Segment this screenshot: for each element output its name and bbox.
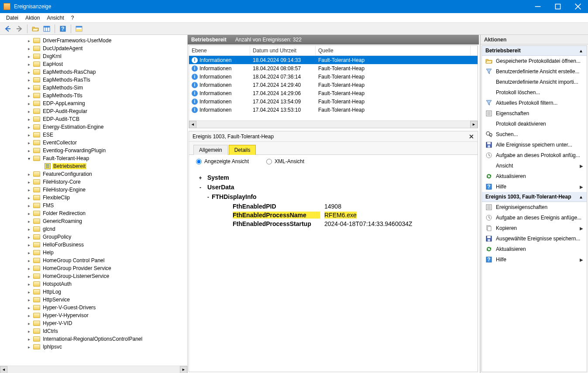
event-row[interactable]: iInformationen17.04.2024 14:29:06Fault-T… [189,89,478,97]
forward-button[interactable] [14,24,24,34]
tree-folder-node[interactable]: ▸FMS [0,202,187,209]
menu-file[interactable]: Datei [3,14,22,22]
chevron-right-icon[interactable]: ▸ [26,188,31,192]
grid-body[interactable]: iInformationen18.04.2024 09:14:33Fault-T… [189,56,478,120]
help-button[interactable]: ? [58,24,68,34]
chevron-right-icon[interactable]: ▸ [26,211,31,216]
chevron-right-icon[interactable]: ▸ [26,227,31,232]
tree-folder-node[interactable]: ▸DriverFrameworks-UserMode [0,37,187,44]
event-row[interactable]: iInformationen17.04.2024 13:53:10Fault-T… [189,106,478,114]
collapse-userdata-toggle[interactable]: - [198,185,203,191]
event-row[interactable]: iInformationen17.04.2024 13:54:09Fault-T… [189,97,478,106]
column-level[interactable]: Ebene [189,46,250,55]
tree-folder-node[interactable]: ▸FileHistory-Engine [0,186,187,194]
chevron-right-icon[interactable]: ▸ [26,172,31,177]
action-item[interactable]: Aufgabe an dieses Protokoll anfüg... [482,150,587,161]
tree-folder-node[interactable]: ▸DucUpdateAgent [0,44,187,52]
chevron-right-icon[interactable]: ▸ [26,140,31,145]
tree-folder-node[interactable]: ▸Hyper-V-VID [0,319,187,327]
chevron-right-icon[interactable]: ▸ [26,274,31,279]
action-item[interactable]: Protokoll deaktivieren [482,119,587,129]
tree-folder-node[interactable]: ▸GenericRoaming [0,217,187,225]
chevron-right-icon[interactable]: ▸ [26,86,31,90]
menu-view[interactable]: Ansicht [43,14,67,22]
chevron-right-icon[interactable]: ▸ [26,313,31,318]
action-item[interactable]: Aufgabe an dieses Ereignis anfüge... [482,212,587,223]
action-item[interactable]: Gespeicherte Protokolldatei öffnen... [482,56,587,66]
tree-folder-node[interactable]: ▸Eventlog-ForwardingPlugin [0,147,187,154]
tree-folder-node[interactable]: ▸EDP-AppLearning [0,99,187,107]
tree-folder-node[interactable]: ▸FeatureConfiguration [0,170,187,178]
chevron-right-icon[interactable]: ▸ [26,203,31,208]
action-item[interactable]: Alle Ereignisse speichern unter... [482,140,587,150]
chevron-right-icon[interactable]: ▸ [26,298,31,302]
node-fthdisplayinfo[interactable]: FTHDisplayInfo [212,193,257,200]
grid-horizontal-scrollbar[interactable]: ◄ ► [189,120,478,128]
tree-folder-node[interactable]: ▸International-RegionalOptionsControlPan… [0,335,187,343]
tree-folder-node[interactable]: ▸DxgKrnl [0,52,187,60]
tree-log-node[interactable]: Betriebsbereit [0,162,187,170]
table-button[interactable] [41,24,52,34]
actions-section-header[interactable]: Betriebsbereit▲ [482,46,587,56]
chevron-right-icon[interactable]: ▸ [26,54,31,59]
tree-folder-node[interactable]: ▸EapHost [0,60,187,68]
chevron-right-icon[interactable]: ▸ [26,93,31,98]
action-item[interactable]: Benutzerdefinierte Ansicht importi... [482,77,587,87]
preview-button[interactable] [74,24,84,34]
chevron-right-icon[interactable]: ▸ [26,38,31,43]
column-source[interactable]: Quelle [316,46,471,55]
tree-folder-node[interactable]: ▸EapMethods-RasTls [0,76,187,84]
minimize-button[interactable] [528,0,548,13]
action-item[interactable]: Aktualisieren [482,244,587,254]
tree-folder-node[interactable]: ▸Energy-Estimation-Engine [0,123,187,131]
navigation-tree[interactable]: ▸DriverFrameworks-UserMode▸DucUpdateAgen… [0,35,187,366]
chevron-right-icon[interactable]: ▸ [26,337,31,342]
action-item[interactable]: ?Hilfe▶ [482,254,587,265]
tree-folder-node[interactable]: ▸glcnd [0,225,187,233]
actions-list[interactable]: Betriebsbereit▲Gespeicherte Protokolldat… [481,45,587,372]
tree-folder-node[interactable]: ▸EventCollector [0,139,187,147]
tree-folder-node[interactable]: ▸FileHistory-Core [0,178,187,186]
chevron-right-icon[interactable]: ▸ [26,125,31,130]
scroll-right-button[interactable]: ► [470,121,478,128]
radio-xml-view[interactable]: XML-Ansicht [266,158,304,164]
tab-details[interactable]: Details [229,145,256,155]
action-item[interactable]: ?Hilfe▶ [482,181,587,192]
tree-folder-node[interactable]: ▸Iphlpsvc [0,343,187,351]
tree-folder-node[interactable]: ▸EapMethods-Ttls [0,92,187,99]
event-row[interactable]: iInformationen18.04.2024 09:14:33Fault-T… [189,56,478,64]
tree-folder-node[interactable]: ▸EapMethods-RasChap [0,68,187,76]
action-item[interactable]: Eigenschaften [482,108,587,119]
chevron-right-icon[interactable]: ▸ [26,258,31,263]
action-item[interactable]: Aktualisieren [482,171,587,181]
chevron-right-icon[interactable]: ▸ [26,219,31,224]
tree-folder-node[interactable]: ▸EDP-Audit-TCB [0,115,187,123]
menu-help[interactable]: ? [68,14,78,22]
tree-folder-node[interactable]: ▸Hyper-V-Guest-Drivers [0,304,187,311]
chevron-right-icon[interactable]: ▸ [26,290,31,294]
radio-friendly-input[interactable] [196,159,202,164]
tree-folder-node[interactable]: ▸HttpLog [0,288,187,296]
tree-folder-node[interactable]: ▸HomeGroup-ListenerService [0,272,187,280]
chevron-right-icon[interactable]: ▸ [26,117,31,122]
tree-folder-node[interactable]: ▸IdCtrls [0,327,187,335]
column-datetime[interactable]: Datum und Uhrzeit [250,46,316,55]
chevron-right-icon[interactable]: ▸ [26,235,31,240]
chevron-right-icon[interactable]: ▸ [26,282,31,287]
scroll-right-button[interactable]: ► [180,366,187,373]
chevron-right-icon[interactable]: ▸ [26,329,31,334]
tree-folder-node[interactable]: ▸HelloForBusiness [0,241,187,249]
actions-section-header[interactable]: Ereignis 1003, Fault-Tolerant-Heap▲ [482,192,587,202]
node-system[interactable]: System [207,174,229,181]
radio-friendly-view[interactable]: Angezeigte Ansicht [196,158,249,164]
maximize-button[interactable] [548,0,568,13]
folder-button[interactable] [30,24,41,34]
event-row[interactable]: iInformationen17.04.2024 14:29:40Fault-T… [189,81,478,89]
chevron-right-icon[interactable]: ▸ [26,101,31,106]
tree-folder-node[interactable]: ▸EDP-Audit-Regular [0,107,187,115]
menu-action[interactable]: Aktion [22,14,43,22]
chevron-down-icon[interactable]: ▾ [26,156,31,161]
chevron-right-icon[interactable]: ▸ [26,78,31,82]
chevron-right-icon[interactable]: ▸ [26,250,31,255]
close-button[interactable] [568,0,588,13]
